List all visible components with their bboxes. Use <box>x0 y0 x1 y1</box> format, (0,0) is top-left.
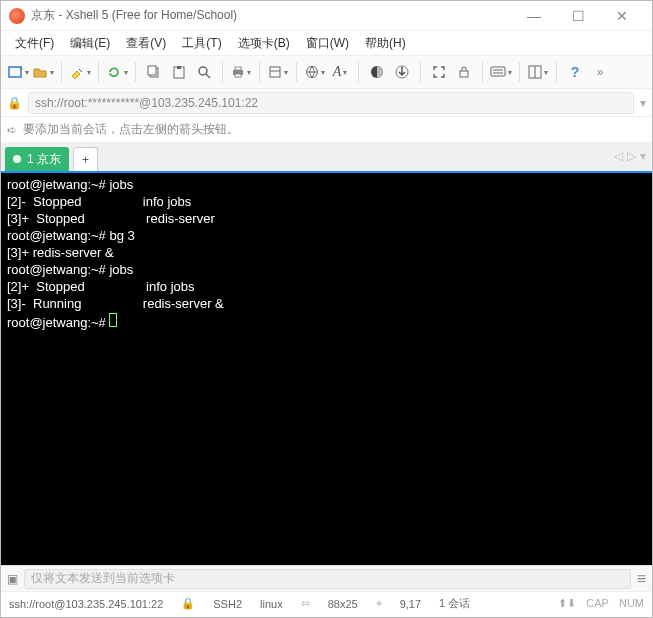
toolbar-overflow-button[interactable]: » <box>589 61 611 83</box>
send-bar: ▣ 仅将文本发送到当前选项卡 ≡ <box>1 565 652 591</box>
menu-file[interactable]: 文件(F) <box>11 33 58 54</box>
status-protocol: SSH2 <box>213 598 242 610</box>
address-bar: 🔒 ssh://root:***********@103.235.245.101… <box>1 89 652 117</box>
svg-rect-5 <box>177 66 181 69</box>
fullscreen-button[interactable] <box>428 61 450 83</box>
paste-button[interactable] <box>168 61 190 83</box>
script-button[interactable] <box>391 61 413 83</box>
status-os: linux <box>260 598 283 610</box>
app-icon <box>9 8 25 24</box>
tab-next-button[interactable]: ▷ <box>627 149 636 163</box>
separator <box>61 62 62 82</box>
titlebar: 京东 - Xshell 5 (Free for Home/School) — ☐… <box>1 1 652 31</box>
terminal-line: [3]- Running redis-server & <box>7 296 224 311</box>
reconnect-button[interactable] <box>106 61 128 83</box>
properties-button[interactable] <box>267 61 289 83</box>
toolbar: + A ? » <box>1 55 652 89</box>
status-num: NUM <box>619 597 644 610</box>
menu-tab[interactable]: 选项卡(B) <box>234 33 294 54</box>
new-session-button[interactable]: + <box>7 61 29 83</box>
status-caps: CAP <box>586 597 609 610</box>
tab-status-dot <box>13 155 21 163</box>
send-input[interactable]: 仅将文本发送到当前选项卡 <box>24 569 631 589</box>
keyboard-button[interactable] <box>490 61 512 83</box>
separator <box>222 62 223 82</box>
svg-rect-17 <box>491 67 505 76</box>
svg-rect-10 <box>235 74 241 77</box>
find-button[interactable] <box>193 61 215 83</box>
address-dropdown-icon[interactable]: ▾ <box>640 96 646 110</box>
window-title: 京东 - Xshell 5 (Free for Home/School) <box>31 7 237 24</box>
print-button[interactable] <box>230 61 252 83</box>
maximize-button[interactable]: ☐ <box>556 8 600 24</box>
add-label: + <box>82 153 89 167</box>
terminal-line: root@jetwang:~# jobs <box>7 177 133 192</box>
svg-point-6 <box>199 67 207 75</box>
status-size-icon: ⬄ <box>301 597 310 610</box>
status-bar: ssh://root@103.235.245.101:22 🔒 SSH2 lin… <box>1 591 652 615</box>
tab-menu-button[interactable]: ▾ <box>640 149 646 163</box>
copy-button[interactable] <box>143 61 165 83</box>
svg-rect-16 <box>460 71 468 77</box>
hint-arrow-icon[interactable]: ➪ <box>7 123 17 137</box>
address-text: ssh://root:***********@103.235.245.101:2… <box>35 96 258 110</box>
status-connection: ssh://root@103.235.245.101:22 <box>9 598 163 610</box>
terminal-line: root@jetwang:~# jobs <box>7 262 133 277</box>
menubar: 文件(F) 编辑(E) 查看(V) 工具(T) 选项卡(B) 窗口(W) 帮助(… <box>1 31 652 55</box>
minimize-button[interactable]: — <box>512 8 556 24</box>
tab-label: 1 京东 <box>27 151 61 168</box>
separator <box>259 62 260 82</box>
tab-strip: 1 京东 + ◁ ▷ ▾ <box>1 143 652 171</box>
new-tab-button[interactable]: + <box>73 147 98 171</box>
menu-help[interactable]: 帮助(H) <box>361 33 410 54</box>
highlighter-button[interactable] <box>69 61 91 83</box>
menu-tool[interactable]: 工具(T) <box>178 33 225 54</box>
help-button[interactable]: ? <box>564 61 586 83</box>
window-layout-button[interactable] <box>527 61 549 83</box>
status-sessions: 1 会话 <box>439 596 470 611</box>
separator <box>556 62 557 82</box>
lock-button[interactable] <box>453 61 475 83</box>
separator <box>98 62 99 82</box>
separator <box>358 62 359 82</box>
terminal-cursor <box>109 313 117 327</box>
separator <box>519 62 520 82</box>
menu-edit[interactable]: 编辑(E) <box>66 33 114 54</box>
separator <box>482 62 483 82</box>
terminal[interactable]: root@jetwang:~# jobs [2]- Stopped info j… <box>1 171 652 565</box>
status-network-icon: ⬆⬇ <box>558 597 576 610</box>
terminal-line: [2]- Stopped info jobs <box>7 194 191 209</box>
hint-text: 要添加当前会话，点击左侧的箭头按钮。 <box>23 121 239 138</box>
tab-session-1[interactable]: 1 京东 <box>5 147 69 171</box>
status-cursor: 9,17 <box>400 598 421 610</box>
close-button[interactable]: ✕ <box>600 8 644 24</box>
font-button[interactable]: A <box>329 61 351 83</box>
open-button[interactable] <box>32 61 54 83</box>
address-input[interactable]: ssh://root:***********@103.235.245.101:2… <box>28 92 634 114</box>
send-icon[interactable]: ▣ <box>7 572 18 586</box>
terminal-line: [3]+ redis-server & <box>7 245 114 260</box>
separator <box>135 62 136 82</box>
svg-rect-9 <box>235 67 241 70</box>
terminal-line: [2]+ Stopped info jobs <box>7 279 195 294</box>
send-menu-button[interactable]: ≡ <box>637 570 646 588</box>
svg-rect-11 <box>270 67 280 77</box>
tab-prev-button[interactable]: ◁ <box>614 149 623 163</box>
hint-bar: ➪ 要添加当前会话，点击左侧的箭头按钮。 <box>1 117 652 143</box>
encoding-button[interactable] <box>304 61 326 83</box>
lock-icon: 🔒 <box>7 96 22 110</box>
svg-text:+: + <box>19 64 23 73</box>
color-scheme-button[interactable] <box>366 61 388 83</box>
status-lock-icon: 🔒 <box>181 597 195 610</box>
menu-view[interactable]: 查看(V) <box>122 33 170 54</box>
send-placeholder: 仅将文本发送到当前选项卡 <box>31 571 175 585</box>
separator <box>296 62 297 82</box>
terminal-line: root@jetwang:~# <box>7 315 109 330</box>
svg-line-7 <box>206 74 210 78</box>
menu-window[interactable]: 窗口(W) <box>302 33 353 54</box>
separator <box>420 62 421 82</box>
status-size: 88x25 <box>328 598 358 610</box>
status-cursor-icon: ⌖ <box>376 597 382 610</box>
terminal-line: [3]+ Stopped redis-server <box>7 211 215 226</box>
svg-rect-3 <box>148 66 156 75</box>
